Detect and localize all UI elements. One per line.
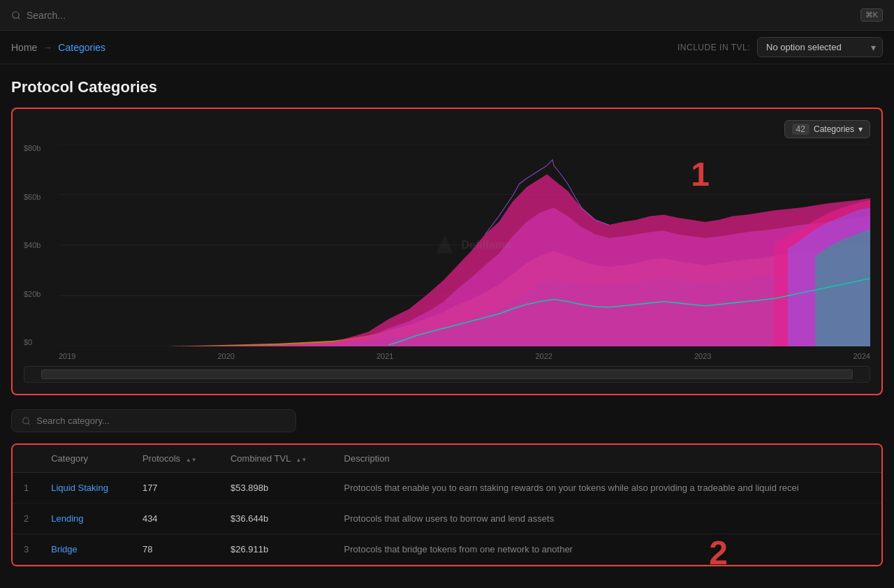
categories-label: Categories <box>814 124 854 134</box>
chart-container: 42 Categories ▾ $80b $60b $40b $20b $0 <box>11 108 883 395</box>
th-protocols[interactable]: Protocols ▲▼ <box>131 445 219 473</box>
th-description: Description <box>333 445 881 473</box>
chart-scrollbar-thumb[interactable] <box>41 369 853 379</box>
x-label-2019: 2019 <box>59 352 75 360</box>
th-combined-tvl[interactable]: Combined TVL ▲▼ <box>219 445 333 473</box>
x-axis-labels: 2019 2020 2021 2022 2023 2024 <box>59 352 870 360</box>
svg-line-1 <box>18 17 20 19</box>
table-row: 1 Liquid Staking 177 $53.898b Protocols … <box>13 473 881 504</box>
categories-table-container: 2 Category Protocols ▲▼ Combined TVL ▲▼ … <box>11 443 883 566</box>
th-rank <box>13 445 40 473</box>
keyboard-shortcut: ⌘K <box>860 8 883 22</box>
categories-count: 42 <box>792 124 809 135</box>
search-category-wrapper[interactable] <box>11 409 296 432</box>
tvl-label: INCLUDE IN TVL: <box>677 43 750 52</box>
row-2-category[interactable]: Lending <box>40 504 131 534</box>
row-3-category[interactable]: Bridge <box>40 534 131 565</box>
search-area[interactable] <box>11 10 166 21</box>
table-row: 3 Bridge 78 $26.911b Protocols that brid… <box>13 534 881 565</box>
row-2-description: Protocols that allow users to borrow and… <box>333 504 881 534</box>
page-title: Protocol Categories <box>11 78 883 96</box>
breadcrumb-home[interactable]: Home <box>11 42 37 53</box>
sort-icon-tvl: ▲▼ <box>296 457 307 463</box>
search-category-bar <box>11 409 883 432</box>
tvl-filter: INCLUDE IN TVL: No option selected <box>677 37 883 57</box>
th-category: Category <box>40 445 131 473</box>
row-2-protocols: 434 <box>131 504 219 534</box>
row-3-rank: 3 <box>13 534 40 565</box>
chevron-down-icon: ▾ <box>858 124 863 134</box>
row-2-rank: 2 <box>13 504 40 534</box>
categories-button[interactable]: 42 Categories ▾ <box>784 120 870 138</box>
svg-point-8 <box>23 418 29 424</box>
global-search-input[interactable] <box>27 10 166 21</box>
y-label-60b: $60b <box>24 193 57 201</box>
x-label-2020: 2020 <box>218 352 235 360</box>
table-row: 2 Lending 434 $36.644b Protocols that al… <box>13 504 881 534</box>
breadcrumb-bar: Home → Categories INCLUDE IN TVL: No opt… <box>0 31 894 64</box>
breadcrumb-current: Categories <box>58 42 105 53</box>
row-1-rank: 1 <box>13 473 40 504</box>
categories-table: Category Protocols ▲▼ Combined TVL ▲▼ De… <box>13 445 881 565</box>
chart-area: $80b $60b $40b $20b $0 <box>24 144 870 360</box>
sort-icon-protocols: ▲▼ <box>186 457 197 463</box>
row-1-protocols: 177 <box>131 473 219 504</box>
table-header-row: Category Protocols ▲▼ Combined TVL ▲▼ De… <box>13 445 881 473</box>
y-label-20b: $20b <box>24 290 57 298</box>
x-label-2024: 2024 <box>853 352 870 360</box>
main-content: Protocol Categories 42 Categories ▾ $80b… <box>0 64 894 580</box>
svg-point-0 <box>13 11 19 17</box>
y-label-80b: $80b <box>24 144 57 152</box>
top-bar: ⌘K <box>0 0 894 31</box>
svg-line-9 <box>28 422 29 424</box>
row-1-category[interactable]: Liquid Staking <box>40 473 131 504</box>
tvl-select-wrapper[interactable]: No option selected <box>757 37 883 57</box>
chart-header: 42 Categories ▾ <box>24 120 870 138</box>
row-1-description: Protocols that enable you to earn stakin… <box>333 473 881 504</box>
search-icon <box>11 10 21 20</box>
breadcrumb: Home → Categories <box>11 42 105 53</box>
row-3-protocols: 78 <box>131 534 219 565</box>
x-label-2023: 2023 <box>694 352 711 360</box>
chart-scrollbar[interactable] <box>24 366 870 383</box>
y-axis-labels: $80b $60b $40b $20b $0 <box>24 144 57 360</box>
search-icon <box>22 416 31 426</box>
chart-svg: Defillama <box>59 144 870 346</box>
row-3-tvl: $26.911b <box>219 534 333 565</box>
breadcrumb-arrow: → <box>43 42 52 53</box>
y-label-40b: $40b <box>24 241 57 249</box>
y-label-0: $0 <box>24 338 57 346</box>
row-3-description: Protocols that bridge tokens from one ne… <box>333 534 881 565</box>
x-label-2022: 2022 <box>536 352 552 360</box>
row-2-tvl: $36.644b <box>219 504 333 534</box>
row-1-tvl: $53.898b <box>219 473 333 504</box>
search-category-input[interactable] <box>36 416 286 426</box>
x-label-2021: 2021 <box>376 352 393 360</box>
tvl-select[interactable]: No option selected <box>757 37 883 57</box>
